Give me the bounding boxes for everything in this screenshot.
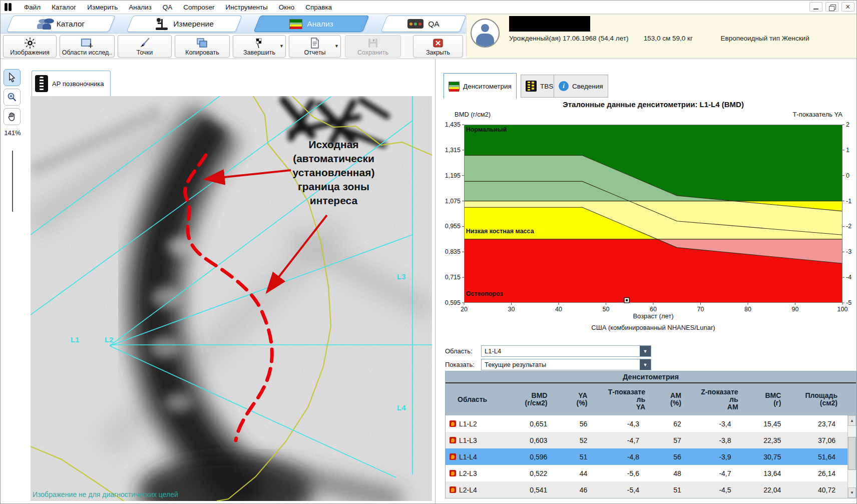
table-row[interactable]: L1-L2 0,65156-4,362-3,415,4523,74 xyxy=(446,415,856,432)
zoom-tool-button[interactable] xyxy=(4,89,21,106)
pan-tool-button[interactable] xyxy=(4,108,21,125)
brush-icon xyxy=(139,37,151,49)
annotation-text: Исходная (автоматически установленная) г… xyxy=(277,138,390,208)
close-button-label: Закрыть xyxy=(426,49,450,56)
hand-icon xyxy=(7,112,17,122)
finish-dropdown-icon[interactable]: ▼ xyxy=(279,44,284,49)
spine-icon xyxy=(35,75,48,92)
menu-catalog[interactable]: Каталог xyxy=(46,2,82,13)
svg-text:50: 50 xyxy=(603,306,610,313)
close-red-icon xyxy=(432,37,444,49)
finish-button[interactable]: Завершить ▼ xyxy=(233,35,286,58)
patient-demographics: Европеоидный тип Женский xyxy=(721,35,809,42)
osteoporosis-flag-icon xyxy=(450,437,456,443)
svg-text:70: 70 xyxy=(697,306,704,313)
chevron-down-icon[interactable]: ▼ xyxy=(640,346,651,356)
svg-text:0: 0 xyxy=(846,172,849,179)
chart-y-right-label: Т-показатель YA xyxy=(722,111,842,118)
menu-window[interactable]: Окно xyxy=(273,2,300,13)
region-select-value: L1-L4 xyxy=(482,347,640,355)
save-button-label: Сохранить xyxy=(357,49,388,56)
densitometry-table: Денситометрия Область BMD (г/см2) YA (%)… xyxy=(445,371,856,498)
finish-button-label: Завершить xyxy=(243,49,275,56)
svg-text:1,195: 1,195 xyxy=(445,172,461,179)
tab-catalog[interactable]: Каталог xyxy=(6,16,115,32)
copy-button[interactable]: Копировать xyxy=(175,35,230,58)
zoom-level: 141% xyxy=(4,129,22,137)
copy-icon xyxy=(196,37,209,49)
table-row[interactable]: L2-L4 0,54146-5,451-4,522,0440,72 xyxy=(446,481,856,498)
scan-tab-label: АР позвоночника xyxy=(52,80,104,88)
minimize-icon[interactable] xyxy=(809,2,822,12)
scan-tab-ap-spine[interactable]: АР позвоночника xyxy=(32,71,111,96)
reports-button[interactable]: Отчеты ▼ xyxy=(289,35,341,58)
reports-dropdown-icon[interactable]: ▼ xyxy=(334,44,339,49)
menu-analysis[interactable]: Анализ xyxy=(123,2,157,13)
col-region: Область xyxy=(446,383,505,415)
app-icon xyxy=(4,3,14,12)
results-panel: Денситометрия TBS i Сведения Эталонные д… xyxy=(435,59,857,504)
svg-text:1,075: 1,075 xyxy=(445,198,461,205)
chart-x-label: Возраст (лет) xyxy=(464,312,842,320)
show-select[interactable]: Текущие результаты ▼ xyxy=(481,359,651,370)
show-select-value: Текущие результаты xyxy=(482,361,640,368)
roi-button[interactable]: Области исслед.. xyxy=(60,35,115,58)
info-icon: i xyxy=(559,81,569,91)
vertebra-label-l3: L3 xyxy=(397,272,406,281)
menu-help[interactable]: Справка xyxy=(300,2,337,13)
tab-measurement[interactable]: Измерение xyxy=(126,16,242,32)
reports-button-label: Отчеты xyxy=(304,49,325,56)
scroll-up-icon[interactable]: ▲ xyxy=(848,415,856,426)
pointer-tool-button[interactable] xyxy=(4,69,21,86)
close-window-icon[interactable] xyxy=(841,2,854,12)
chart-source: США (комбинированный NHANES/Lunar) xyxy=(464,324,842,331)
scroll-down-icon[interactable]: ▼ xyxy=(848,487,856,498)
tab-densitometry[interactable]: Денситометрия xyxy=(444,73,517,99)
osteoporosis-flag-icon xyxy=(450,486,456,493)
table-row[interactable]: L2-L3 0,52244-5,648-4,713,6426,14 xyxy=(446,465,856,481)
images-button[interactable]: Изображения xyxy=(3,35,57,58)
table-scrollbar[interactable]: ▲ ▼ xyxy=(847,415,856,498)
tab-analysis[interactable]: Анализ xyxy=(253,16,369,32)
svg-text:90: 90 xyxy=(792,306,799,313)
svg-text:-2: -2 xyxy=(846,223,851,230)
measure-stand-icon xyxy=(155,18,169,30)
vertebra-label-l1: L1 xyxy=(71,335,80,344)
table-body: L1-L2 0,65156-4,362-3,415,4523,74 L1-L3 … xyxy=(446,415,856,498)
zoom-slider[interactable] xyxy=(12,151,13,212)
tab-details[interactable]: i Сведения xyxy=(554,75,608,98)
menu-tools[interactable]: Инструменты xyxy=(220,2,273,13)
points-button[interactable]: Точки xyxy=(118,35,172,58)
table-row[interactable]: L1-L3 0,60352-4,757-3,822,3537,06 xyxy=(446,432,856,448)
col-zscore: Z-показате ль AM xyxy=(690,383,743,415)
svg-text:0,715: 0,715 xyxy=(445,274,461,281)
col-bmc: BMC (г) xyxy=(743,383,787,415)
chevron-down-icon[interactable]: ▼ xyxy=(640,359,651,370)
region-select[interactable]: L1-L4 ▼ xyxy=(481,345,651,357)
scrollbar-thumb[interactable] xyxy=(848,437,856,470)
tbs-icon xyxy=(526,81,537,92)
col-am: AM (%) xyxy=(650,383,690,415)
region-select-row: Область: L1-L4 ▼ xyxy=(445,345,651,357)
menu-composer[interactable]: Composer xyxy=(178,2,220,13)
menu-qa[interactable]: QA xyxy=(157,2,178,13)
show-select-label: Показать: xyxy=(445,361,481,368)
menu-file[interactable]: Файл xyxy=(19,2,46,13)
svg-text:1,435: 1,435 xyxy=(445,121,461,128)
tab-tbs[interactable]: TBS xyxy=(521,75,558,98)
image-disclaimer: Изображение не для диагностических целей xyxy=(33,490,178,498)
tab-qa[interactable]: QA xyxy=(380,16,466,32)
svg-text:Нормальный: Нормальный xyxy=(466,126,507,133)
save-button: Сохранить xyxy=(345,35,401,58)
svg-text:2: 2 xyxy=(846,121,849,128)
close-button[interactable]: Закрыть xyxy=(413,35,463,58)
points-button-label: Точки xyxy=(137,49,153,56)
menu-measure[interactable]: Измерить xyxy=(82,2,123,13)
table-row-selected[interactable]: L1-L4 0,59651-4,856-3,930,7551,64 xyxy=(446,448,856,465)
patient-name-redacted xyxy=(509,16,590,32)
restore-icon[interactable] xyxy=(825,2,838,12)
application-window: Файл Каталог Измерить Анализ QA Composer… xyxy=(0,0,857,504)
menu-bar: Файл Каталог Измерить Анализ QA Composer… xyxy=(1,1,857,14)
xray-image-canvas[interactable]: Исходная (автоматически установленная) г… xyxy=(31,96,432,501)
svg-text:1: 1 xyxy=(846,147,849,154)
